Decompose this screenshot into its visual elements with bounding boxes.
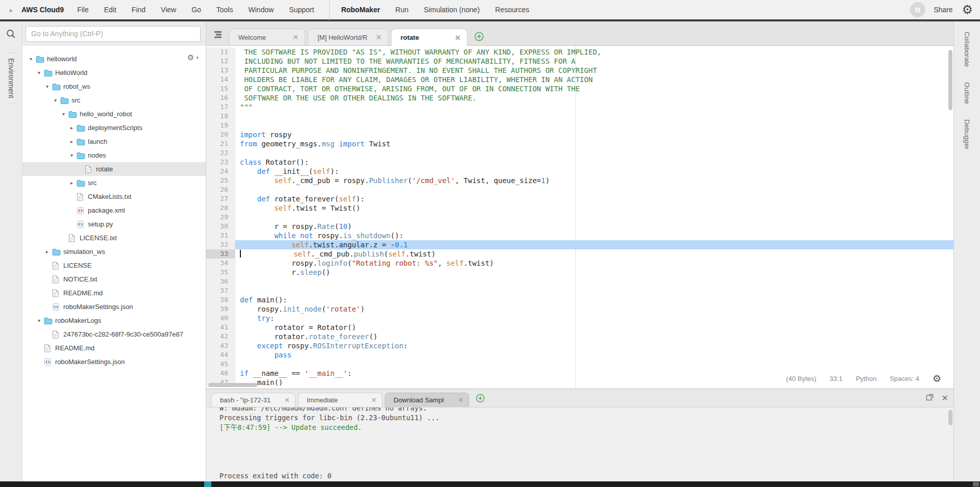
code-line-43[interactable]: 43 except rospy.ROSInterruptException: (206, 341, 953, 350)
collapse-menubar-icon[interactable]: ▲ (8, 7, 13, 13)
gutter-line-number[interactable]: 34 (206, 259, 235, 268)
code-line-42[interactable]: 42 rotator.rotate_forever() (206, 332, 953, 341)
gutter-line-number[interactable]: 41 (206, 323, 235, 332)
gutter-line-number[interactable]: 13 (206, 66, 235, 75)
menu-item-resources[interactable]: Resources (495, 6, 529, 14)
code-line-24[interactable]: 24 def __init__(self): (206, 167, 953, 176)
code-line-34[interactable]: 34 rospy.loginfo("Rotating robot: %s", s… (206, 259, 953, 268)
tree-row-helloworld[interactable]: ▾helloworld (22, 52, 206, 66)
code-line-27[interactable]: 27 def rotate_forever(self): (206, 194, 953, 203)
gutter-line-number[interactable]: 44 (206, 350, 235, 360)
menu-item-file[interactable]: File (77, 6, 89, 14)
code-line-16[interactable]: 16 SOFTWARE OR THE USE OR OTHER DEALINGS… (206, 93, 953, 102)
panel-tab-debugger[interactable]: Debugger (963, 119, 971, 149)
tab-close-icon[interactable]: ✕ (277, 396, 290, 404)
gutter-line-number[interactable]: 11 (206, 47, 235, 57)
tree-row-helloworld[interactable]: ▾HelloWorld (22, 66, 206, 80)
chevron-down-icon[interactable]: ▾ (62, 111, 68, 117)
gutter-line-number[interactable]: 33 (206, 249, 235, 259)
code-line-45[interactable]: 45 (206, 360, 953, 369)
chevron-down-icon[interactable]: ▾ (38, 70, 44, 75)
tree-row-robomakersettings-json[interactable]: roboMakerSettings.json (22, 355, 206, 369)
gutter-line-number[interactable]: 28 (206, 203, 235, 213)
code-line-17[interactable]: 17""" (206, 102, 953, 112)
console-tab-immediate[interactable]: Immediate✕ (298, 393, 382, 407)
tab-rotate[interactable]: rotate✕ (391, 29, 468, 46)
gutter-line-number[interactable]: 43 (206, 341, 235, 350)
code-line-11[interactable]: 11 THE SOFTWARE IS PROVIDED "AS IS", WIT… (206, 47, 953, 57)
panel-tab-outline[interactable]: Outline (963, 82, 971, 104)
menu-item-simulation-none[interactable]: Simulation (none) (424, 6, 480, 14)
tab-close-icon[interactable]: ✕ (364, 396, 377, 404)
status-language[interactable]: Python (856, 375, 876, 382)
tree-row-rotate[interactable]: rotate (22, 162, 206, 176)
menu-item-find[interactable]: Find (132, 6, 145, 14)
gutter-line-number[interactable]: 22 (206, 148, 235, 158)
chevron-right-icon[interactable]: ▸ (46, 249, 52, 254)
editor-hscrollbar[interactable] (208, 383, 257, 387)
console-maximize-icon[interactable] (926, 394, 934, 403)
tree-row-simulation-ws[interactable]: ▸simulation_ws (22, 245, 206, 259)
gutter-line-number[interactable]: 20 (206, 130, 235, 139)
tree-settings-gear[interactable]: ⚙ ▾ (187, 53, 199, 62)
tab-close-icon[interactable]: ✕ (368, 33, 382, 41)
code-line-14[interactable]: 14 HOLDERS BE LIABLE FOR ANY CLAIM, DAMA… (206, 75, 953, 84)
code-line-22[interactable]: 22 (206, 148, 953, 158)
code-line-15[interactable]: 15 OF CONTRACT, TORT OR OTHERWISE, ARISI… (206, 84, 953, 93)
avatar[interactable]: R (910, 2, 925, 17)
status-cursor-position[interactable]: 33:1 (829, 375, 842, 382)
gutter-line-number[interactable]: 30 (206, 222, 235, 231)
gutter-line-number[interactable]: 21 (206, 139, 235, 148)
gutter-line-number[interactable]: 32 (206, 240, 235, 249)
menu-item-robomaker[interactable]: RoboMaker (341, 6, 380, 14)
code-line-21[interactable]: 21from geometry_msgs.msg import Twist (206, 139, 953, 148)
menu-item-tools[interactable]: Tools (216, 6, 233, 14)
tree-row-notice-txt[interactable]: NOTICE.txt (22, 272, 206, 286)
environment-panel-tab[interactable]: Environment (7, 53, 15, 104)
code-line-12[interactable]: 12 INCLUDING BUT NOT LIMITED TO THE WARR… (206, 57, 953, 66)
panel-tab-collaborate[interactable]: Collaborate (963, 32, 971, 67)
gutter-line-number[interactable]: 39 (206, 304, 235, 314)
gutter-line-number[interactable]: 19 (206, 121, 235, 130)
editor-vscrollbar[interactable] (948, 50, 952, 110)
code-line-38[interactable]: 38def main(): (206, 295, 953, 304)
code-line-23[interactable]: 23class Rotator(): (206, 158, 953, 167)
chevron-down-icon[interactable]: ▾ (38, 318, 44, 323)
gutter-line-number[interactable]: 27 (206, 194, 235, 203)
gutter-line-number[interactable]: 42 (206, 332, 235, 341)
search-icon[interactable] (6, 29, 16, 41)
code-line-19[interactable]: 19 (206, 121, 953, 130)
tree-row-robomakersettings-json[interactable]: roboMakerSettings.json (22, 300, 206, 314)
code-line-41[interactable]: 41 rotator = Rotator() (206, 323, 953, 332)
gutter-line-number[interactable]: 37 (206, 286, 235, 295)
console-output[interactable]: W: mdadm: /etc/mdadm/mdadm.conf defines … (206, 407, 953, 481)
gutter-line-number[interactable]: 36 (206, 277, 235, 286)
tree-row-setup-py[interactable]: setup.py (22, 217, 206, 231)
menu-item-go[interactable]: Go (191, 6, 201, 14)
tree-row-launch[interactable]: ▸launch (22, 135, 206, 148)
gutter-line-number[interactable]: 45 (206, 360, 235, 369)
tree-row-license-txt[interactable]: LICENSE.txt (22, 231, 206, 245)
tree-row-src[interactable]: ▸src (22, 176, 206, 190)
menu-item-window[interactable]: Window (249, 6, 274, 14)
gutter-line-number[interactable]: 35 (206, 268, 235, 277)
gutter-line-number[interactable]: 25 (206, 176, 235, 185)
code-line-40[interactable]: 40 try: (206, 314, 953, 323)
code-line-25[interactable]: 25 self._cmd_pub = rospy.Publisher('/cmd… (206, 176, 953, 185)
console-close-icon[interactable]: ✕ (942, 394, 948, 402)
tree-row-deploymentscripts[interactable]: ▸deploymentScripts (22, 121, 206, 135)
gutter-line-number[interactable]: 46 (206, 369, 235, 378)
gutter-line-number[interactable]: 38 (206, 295, 235, 304)
tree-row-robot-ws[interactable]: ▾robot_ws (22, 80, 206, 93)
new-tab-button[interactable] (474, 32, 484, 41)
code-line-36[interactable]: 36 (206, 277, 953, 286)
gutter-line-number[interactable]: 18 (206, 112, 235, 121)
console-vscrollbar[interactable] (948, 410, 952, 425)
bottom-bar-handle[interactable] (973, 482, 979, 486)
chevron-right-icon[interactable]: ▸ (70, 139, 77, 144)
tree-row-nodes[interactable]: ▾nodes (22, 148, 206, 162)
chevron-down-icon[interactable]: ▾ (54, 97, 60, 103)
status-bytes[interactable]: (40 Bytes) (786, 375, 816, 382)
code-line-32[interactable]: 32 self.twist.angular.z = -0.1 (206, 240, 953, 249)
tree-row-247673bc-c282-68f7-9c30-ce500a97e87[interactable]: 247673bc-c282-68f7-9c30-ce500a97e87 (22, 327, 206, 341)
